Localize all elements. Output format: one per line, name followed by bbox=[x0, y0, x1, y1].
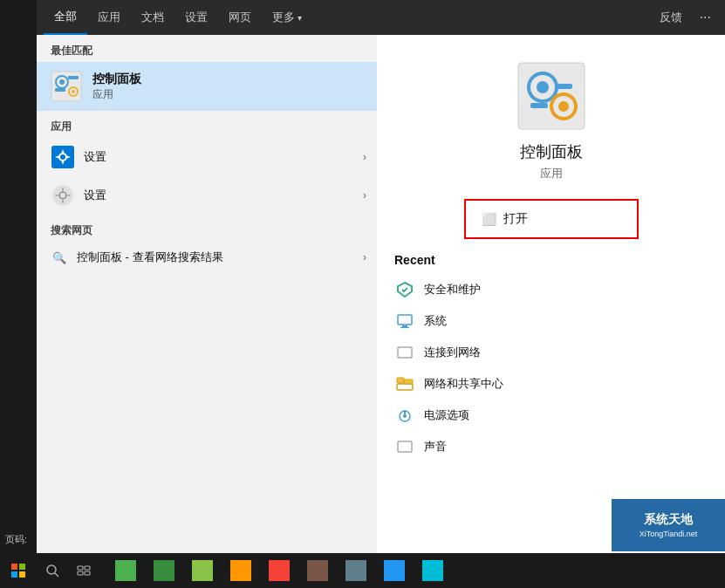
watermark-text: 系统天地 XiTongTiandi.net bbox=[640, 511, 698, 539]
tab-all[interactable]: 全部 bbox=[44, 0, 87, 35]
svg-rect-4 bbox=[55, 88, 65, 92]
recent-item-name-3: 网络和共享中心 bbox=[424, 376, 503, 392]
recent-item-0[interactable]: 安全和维护 bbox=[394, 274, 708, 305]
recent-item-name-5: 声音 bbox=[424, 439, 447, 455]
best-match-title: 控制面板 bbox=[92, 72, 141, 87]
taskbar-search-button[interactable] bbox=[37, 553, 68, 588]
svg-rect-31 bbox=[397, 378, 404, 383]
open-label: 打开 bbox=[503, 211, 528, 227]
pinned-app-5[interactable] bbox=[260, 553, 298, 588]
svg-rect-39 bbox=[19, 564, 25, 570]
best-match-text: 控制面板 应用 bbox=[92, 72, 141, 102]
taskbar-search-icon bbox=[45, 564, 59, 578]
taskbar-taskview-button[interactable] bbox=[68, 553, 99, 588]
tab-docs[interactable]: 文档 bbox=[131, 0, 174, 35]
svg-line-43 bbox=[55, 573, 58, 577]
pinned-app-9[interactable] bbox=[414, 553, 452, 588]
apps-label: 应用 bbox=[37, 111, 377, 138]
start-button[interactable] bbox=[0, 553, 37, 588]
svg-rect-24 bbox=[555, 84, 572, 89]
nav-tabs: 全部 应用 文档 设置 网页 更多 ▾ 反馈 ··· bbox=[37, 0, 725, 35]
pinned-app-8[interactable] bbox=[375, 553, 414, 588]
feedback-link[interactable]: 反馈 bbox=[649, 10, 693, 25]
svg-point-6 bbox=[72, 90, 75, 93]
recent-item-3[interactable]: 网络和共享中心 bbox=[394, 368, 708, 400]
network-connect-icon bbox=[394, 342, 415, 363]
svg-point-13 bbox=[537, 81, 549, 93]
best-match-item[interactable]: 控制面板 应用 bbox=[37, 62, 377, 111]
control-panel-icon-small bbox=[51, 71, 82, 102]
main-content: 最佳匹配 控制面板 应用 bbox=[37, 35, 725, 558]
tab-apps[interactable]: 应用 bbox=[87, 0, 131, 35]
arrow-icon-1: › bbox=[363, 151, 366, 163]
sound-icon bbox=[394, 436, 415, 457]
svg-rect-44 bbox=[78, 566, 83, 570]
recent-item-5[interactable]: 声音 bbox=[394, 431, 708, 462]
tab-more[interactable]: 更多 ▾ bbox=[262, 0, 312, 35]
search-icon: 🔍 bbox=[51, 249, 68, 266]
page-indicator: 页码: bbox=[0, 530, 32, 550]
svg-rect-38 bbox=[11, 564, 17, 570]
open-button-container: ⬜ 打开 bbox=[464, 199, 639, 239]
pinned-app-3[interactable] bbox=[183, 553, 222, 588]
svg-point-2 bbox=[59, 79, 65, 85]
best-match-subtitle: 应用 bbox=[92, 87, 141, 102]
pinned-app-1[interactable] bbox=[106, 553, 145, 588]
svg-rect-33 bbox=[404, 379, 413, 384]
svg-point-19 bbox=[558, 101, 569, 112]
recent-label: Recent bbox=[394, 253, 708, 267]
system-icon bbox=[394, 311, 415, 332]
open-icon: ⬜ bbox=[482, 212, 496, 226]
recent-item-name-4: 电源选项 bbox=[424, 407, 469, 423]
svg-rect-32 bbox=[397, 384, 413, 390]
settings-icon-1 bbox=[51, 145, 75, 169]
search-panel: 全部 应用 文档 设置 网页 更多 ▾ 反馈 ··· 最佳匹配 bbox=[37, 0, 725, 558]
recent-item-name-1: 系统 bbox=[424, 313, 447, 329]
web-label: 搜索网页 bbox=[37, 215, 377, 242]
svg-rect-3 bbox=[68, 76, 79, 79]
taskbar: 系统天地 XiTongTiandi.net bbox=[0, 553, 725, 588]
right-panel: 控制面板 应用 ⬜ 打开 Recent bbox=[377, 35, 725, 558]
svg-rect-47 bbox=[85, 571, 90, 575]
more-options-button[interactable]: ··· bbox=[693, 10, 718, 25]
arrow-icon-2: › bbox=[363, 189, 366, 202]
svg-rect-37 bbox=[398, 441, 412, 452]
pinned-app-4[interactable] bbox=[222, 553, 260, 588]
taskbar-taskview-icon bbox=[77, 564, 91, 578]
right-app-name: 控制面板 bbox=[520, 141, 583, 162]
svg-rect-46 bbox=[78, 571, 83, 575]
svg-rect-45 bbox=[85, 566, 90, 570]
svg-rect-30 bbox=[398, 347, 412, 358]
web-search-item[interactable]: 🔍 控制面板 - 查看网络搜索结果 › bbox=[37, 242, 377, 273]
recent-section: Recent 安全和维护 bbox=[377, 253, 725, 462]
svg-rect-7 bbox=[51, 146, 74, 168]
watermark: 系统天地 XiTongTiandi.net bbox=[612, 499, 725, 551]
svg-rect-27 bbox=[398, 315, 412, 325]
control-panel-icon-large bbox=[516, 61, 586, 131]
svg-rect-25 bbox=[530, 103, 548, 108]
recent-item-1[interactable]: 系统 bbox=[394, 305, 708, 337]
left-panel: 最佳匹配 控制面板 应用 bbox=[37, 35, 377, 558]
pinned-app-6[interactable] bbox=[298, 553, 337, 588]
recent-item-2[interactable]: 连接到网络 bbox=[394, 337, 708, 368]
open-button[interactable]: ⬜ 打开 bbox=[468, 202, 635, 236]
pinned-app-2[interactable] bbox=[145, 553, 183, 588]
taskbar-pinned-apps bbox=[106, 553, 452, 588]
network-share-icon bbox=[394, 373, 415, 394]
app-item-settings-2-title: 设置 bbox=[84, 188, 106, 203]
svg-rect-28 bbox=[402, 325, 407, 327]
svg-point-36 bbox=[403, 414, 407, 418]
tab-settings[interactable]: 设置 bbox=[174, 0, 218, 35]
app-item-settings-1[interactable]: 设置 › bbox=[37, 138, 377, 176]
web-search-title: 控制面板 - 查看网络搜索结果 bbox=[77, 250, 223, 265]
app-item-settings-1-title: 设置 bbox=[84, 149, 106, 165]
svg-point-42 bbox=[47, 565, 56, 574]
pinned-app-7[interactable] bbox=[337, 553, 375, 588]
recent-item-name-2: 连接到网络 bbox=[424, 345, 481, 360]
tab-web[interactable]: 网页 bbox=[218, 0, 262, 35]
app-item-settings-2[interactable]: 设置 › bbox=[37, 176, 377, 215]
recent-item-4[interactable]: 电源选项 bbox=[394, 400, 708, 431]
svg-rect-29 bbox=[400, 327, 409, 328]
security-icon bbox=[394, 279, 415, 300]
power-icon bbox=[394, 405, 415, 426]
